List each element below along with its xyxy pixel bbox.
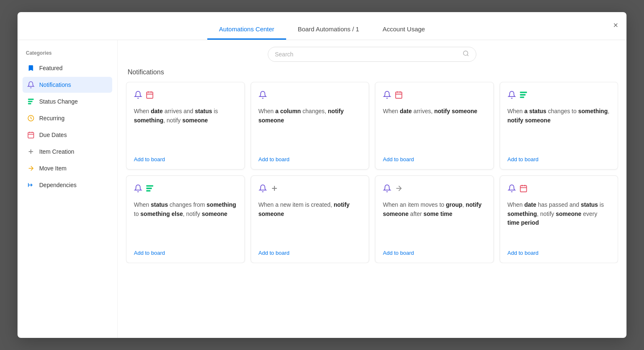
bell-purple-icon [508, 184, 516, 195]
search-icon [463, 50, 469, 58]
sidebar-featured-label: Featured [39, 65, 63, 71]
calendar-red-icon [395, 91, 403, 101]
automation-card-5: When status changes from something to so… [126, 175, 245, 263]
card-2-text: When a column changes, notify someone [259, 107, 362, 150]
bell-purple-icon [259, 91, 267, 101]
calendar-pink-icon [519, 184, 528, 195]
tab-board-automations[interactable]: Board Automations / 1 [286, 20, 371, 40]
modal-body: Categories Featured Notifications Status… [18, 40, 626, 338]
sidebar-notifications-label: Notifications [39, 81, 71, 88]
automations-modal: Automations Center Board Automations / 1… [18, 12, 626, 338]
bell-purple-icon [508, 91, 516, 101]
card-2-add-button[interactable]: Add to board [259, 156, 362, 162]
calendar-icon [27, 131, 35, 139]
card-7-add-button[interactable]: Add to board [383, 250, 486, 256]
bell-purple-icon [134, 184, 142, 195]
card-7-icons [383, 184, 486, 195]
sidebar-dependencies-label: Dependencies [39, 182, 77, 188]
bell-purple-icon [383, 91, 391, 101]
section-title: Notifications [126, 68, 618, 76]
card-2-icons [259, 91, 362, 101]
search-input[interactable] [275, 51, 463, 58]
close-button[interactable]: × [613, 21, 618, 29]
bell-purple-icon [134, 91, 142, 101]
card-6-text: When a new item is created, notify someo… [259, 200, 362, 244]
svg-rect-24 [520, 94, 525, 95]
card-4-text: When a status changes to something, noti… [508, 107, 611, 150]
bell-purple-icon [383, 184, 391, 195]
svg-rect-25 [520, 96, 524, 98]
svg-rect-26 [146, 185, 153, 187]
card-4-icons [508, 91, 611, 101]
svg-rect-15 [147, 92, 153, 98]
svg-rect-1 [28, 101, 33, 102]
sidebar-item-recurring[interactable]: Recurring [23, 110, 112, 126]
card-6-icons [259, 184, 362, 195]
tab-automations-center[interactable]: Automations Center [207, 20, 286, 40]
svg-rect-2 [28, 103, 31, 104]
automation-card-1: When date arrives and status is somethin… [126, 82, 245, 170]
search-bar [268, 47, 476, 62]
automation-card-3: When date arrives, notify someone Add to… [375, 82, 494, 170]
sidebar-item-dependencies[interactable]: Dependencies [23, 177, 112, 193]
automation-card-7: When an item moves to group, notify some… [375, 175, 494, 263]
sidebar: Categories Featured Notifications Status… [18, 40, 118, 338]
sidebar-item-notifications[interactable]: Notifications [23, 77, 112, 93]
bell-icon [27, 81, 35, 89]
sidebar-item-featured[interactable]: Featured [23, 60, 112, 76]
sidebar-recurring-label: Recurring [39, 115, 65, 122]
svg-rect-32 [520, 185, 526, 192]
arrow-right-icon [27, 164, 35, 172]
main-content: Notifications When date arrives and sta [118, 40, 626, 338]
card-8-add-button[interactable]: Add to board [508, 250, 611, 256]
card-1-text: When date arrives and status is somethin… [134, 107, 237, 150]
automation-card-2: When a column changes, notify someone Ad… [251, 82, 370, 170]
svg-rect-4 [28, 132, 34, 138]
sidebar-item-item-creation[interactable]: Item Creation [23, 144, 112, 160]
card-3-add-button[interactable]: Add to board [383, 156, 486, 162]
sidebar-status-label: Status Change [39, 98, 78, 105]
sidebar-item-status-change[interactable]: Status Change [23, 94, 112, 109]
modal-header: Automations Center Board Automations / 1… [18, 12, 626, 40]
svg-rect-28 [146, 190, 151, 191]
card-5-add-button[interactable]: Add to board [134, 250, 237, 256]
calendar-red-icon [146, 91, 154, 101]
sidebar-item-move-item[interactable]: Move Item [23, 160, 112, 176]
card-8-text: When date has passed and status is somet… [508, 200, 611, 244]
svg-rect-19 [396, 92, 402, 98]
cards-grid: When date arrives and status is somethin… [126, 82, 618, 263]
sidebar-itemcreation-label: Item Creation [39, 148, 74, 155]
card-1-add-button[interactable]: Add to board [134, 156, 237, 162]
status-icon [27, 97, 35, 106]
card-7-text: When an item moves to group, notify some… [383, 200, 486, 244]
sidebar-duedates-label: Due Dates [39, 132, 67, 138]
automation-card-8: When date has passed and status is somet… [500, 175, 619, 263]
card-3-icons [383, 91, 486, 101]
card-5-icons [134, 184, 237, 195]
card-6-add-button[interactable]: Add to board [259, 250, 362, 256]
svg-point-13 [463, 51, 468, 56]
tab-list: Automations Center Board Automations / 1… [207, 20, 437, 40]
card-4-add-button[interactable]: Add to board [508, 156, 611, 162]
arrow-right-gray-icon [395, 184, 403, 195]
tab-account-usage[interactable]: Account Usage [371, 20, 437, 40]
sidebar-item-due-dates[interactable]: Due Dates [23, 127, 112, 143]
automation-card-4: When a status changes to something, noti… [500, 82, 619, 170]
search-bar-wrapper [126, 47, 618, 62]
categories-label: Categories [23, 50, 112, 56]
svg-rect-27 [146, 188, 152, 189]
svg-rect-0 [28, 99, 34, 100]
bell-purple-icon [259, 184, 267, 195]
card-1-icons [134, 91, 237, 101]
plus-icon [27, 147, 35, 156]
sidebar-moveitem-label: Move Item [39, 165, 66, 172]
card-8-icons [508, 184, 611, 195]
status-green-icon-2 [146, 184, 154, 195]
plus-gray-icon [270, 184, 279, 195]
card-5-text: When status changes from something to so… [134, 200, 237, 244]
dependencies-icon [27, 181, 35, 189]
card-3-text: When date arrives, notify someone [383, 107, 486, 150]
svg-rect-23 [520, 92, 527, 93]
status-green-icon [519, 91, 528, 101]
clock-icon [27, 114, 35, 122]
